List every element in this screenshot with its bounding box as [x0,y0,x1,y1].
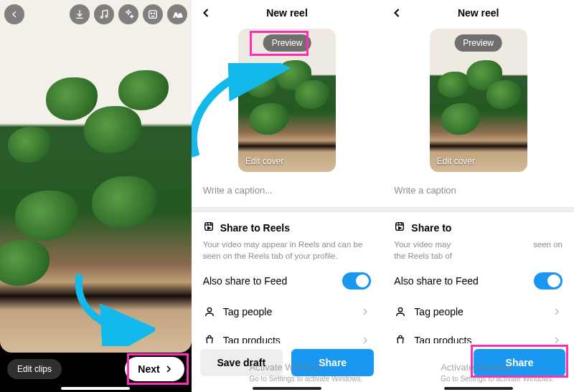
chevron-right-icon [551,306,563,317]
tag-people-row[interactable]: Tag people [192,297,383,326]
svg-text:Aa: Aa [173,11,182,19]
back-icon[interactable] [4,4,24,24]
panel-new-reel-1: New reel Preview Edit cover Write a capt… [192,0,383,392]
svg-point-0 [100,16,103,19]
caption-input[interactable]: Write a caption... [192,178,383,203]
caption-input[interactable]: Write a caption [382,178,574,203]
edit-cover-button[interactable]: Edit cover [437,156,475,166]
svg-rect-2 [149,11,156,19]
next-button[interactable]: Next [125,357,184,381]
page-title: New reel [266,7,308,19]
share-heading: Share to Reels [220,222,290,234]
also-share-label: Also share to Feed [394,275,527,287]
share-desc-left: Your video may the Reels tab of [394,239,452,262]
home-indicator [253,387,321,390]
video-preview [0,0,192,353]
tag-people-label: Tag people [414,306,544,317]
text-icon[interactable]: Aa [167,4,187,24]
svg-point-9 [399,308,403,312]
music-icon[interactable] [94,4,114,24]
svg-point-1 [105,15,108,17]
person-icon [203,305,216,318]
back-icon[interactable] [390,6,404,20]
home-indicator [61,387,130,390]
share-button[interactable]: Share [474,349,565,376]
back-icon[interactable] [199,6,213,20]
reels-icon [203,221,215,234]
edit-cover-button[interactable]: Edit cover [245,156,283,166]
next-label: Next [138,363,159,375]
share-button[interactable]: Share [291,349,374,376]
also-share-toggle[interactable] [342,272,371,290]
preview-button[interactable]: Preview [454,34,502,52]
svg-point-4 [154,13,154,14]
svg-point-3 [151,13,151,14]
cover-preview[interactable]: Preview Edit cover [430,29,527,172]
sticker-icon[interactable] [143,4,163,24]
also-share-label: Also share to Feed [203,275,336,287]
edit-clips-button[interactable]: Edit clips [7,359,62,379]
tag-people-row[interactable]: Tag people [382,297,574,326]
preview-button[interactable]: Preview [263,34,311,52]
share-heading: Share to [411,222,451,234]
page-title: New reel [458,7,499,19]
editor-toolbar: Aa [4,4,187,24]
panel-new-reel-2: New reel Preview Edit cover Write a capt… [382,0,574,392]
effects-icon[interactable] [118,4,138,24]
tag-people-label: Tag people [223,306,353,317]
share-desc-right: seen on [533,239,563,262]
home-indicator [444,387,513,390]
share-description: Your video may appear in Reels and can b… [203,239,372,262]
chevron-right-icon [359,306,371,317]
svg-point-7 [207,308,211,312]
reels-icon [394,221,405,234]
also-share-toggle[interactable] [534,272,563,290]
cover-preview[interactable]: Preview Edit cover [238,29,336,172]
person-icon [394,305,407,318]
download-icon[interactable] [70,4,90,24]
save-draft-button[interactable]: Save draft [200,349,283,376]
panel-editor: Aa Edit clips Next [0,0,192,392]
